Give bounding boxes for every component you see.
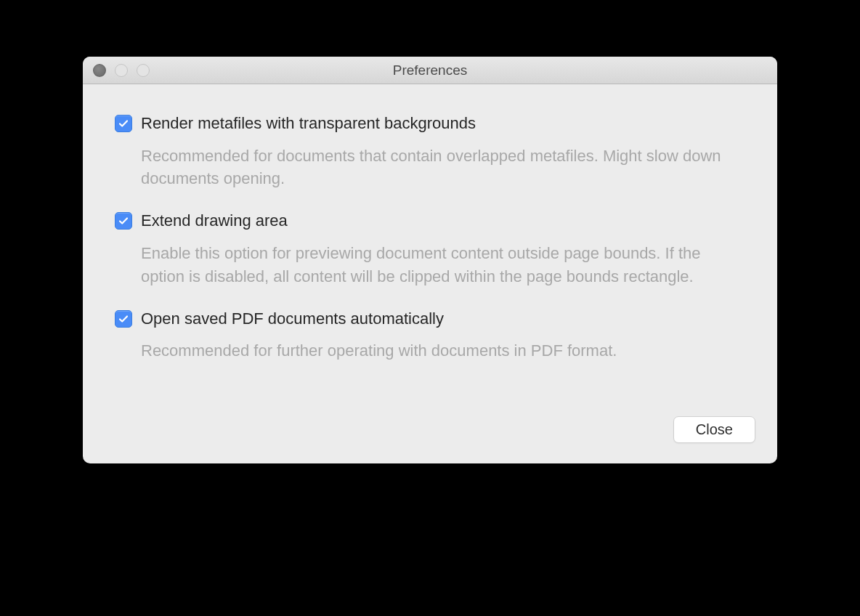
window-zoom-button[interactable] — [137, 64, 150, 77]
option-text: Open saved PDF documents automatically R… — [141, 309, 745, 362]
option-label: Open saved PDF documents automatically — [141, 309, 745, 330]
preferences-content: Render metafiles with transparent backgr… — [83, 84, 777, 416]
option-open-pdf-auto: Open saved PDF documents automatically R… — [115, 309, 745, 362]
checkbox-render-metafiles[interactable] — [115, 115, 132, 132]
dialog-footer: Close — [83, 416, 777, 463]
option-render-metafiles: Render metafiles with transparent backgr… — [115, 113, 745, 190]
window-close-button[interactable] — [93, 64, 106, 77]
checkbox-open-pdf-auto[interactable] — [115, 310, 132, 328]
option-description: Enable this option for previewing docume… — [141, 242, 745, 288]
option-extend-drawing: Extend drawing area Enable this option f… — [115, 211, 745, 288]
option-description: Recommended for further operating with d… — [141, 339, 745, 362]
window-title: Preferences — [393, 62, 467, 78]
preferences-window: Preferences Render metafiles with transp… — [83, 57, 777, 463]
check-icon — [118, 215, 129, 227]
option-label: Render metafiles with transparent backgr… — [141, 113, 745, 134]
check-icon — [118, 313, 129, 325]
option-label: Extend drawing area — [141, 211, 745, 232]
option-text: Render metafiles with transparent backgr… — [141, 113, 745, 190]
titlebar: Preferences — [83, 57, 777, 84]
checkbox-extend-drawing[interactable] — [115, 212, 132, 230]
check-icon — [118, 118, 129, 129]
traffic-lights — [93, 64, 150, 77]
close-button[interactable]: Close — [673, 416, 755, 443]
option-description: Recommended for documents that contain o… — [141, 145, 745, 191]
window-minimize-button[interactable] — [115, 64, 128, 77]
option-text: Extend drawing area Enable this option f… — [141, 211, 745, 288]
